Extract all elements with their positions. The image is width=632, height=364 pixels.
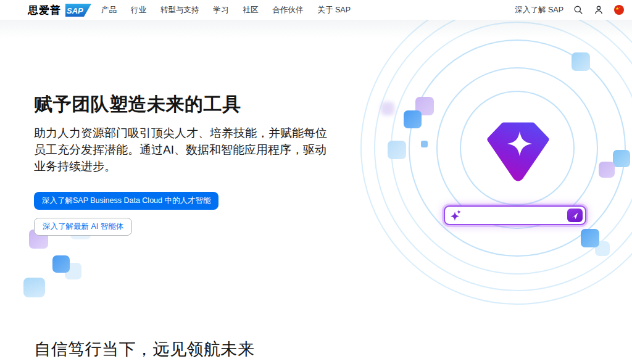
hero-cta-group: 深入了解SAP Business Data Cloud 中的人才智能 深入了解最… [34, 192, 343, 236]
search-icon[interactable] [573, 4, 584, 15]
nav-item-industries[interactable]: 行业 [131, 5, 146, 15]
ai-sparkle-icon [450, 209, 462, 221]
hero-title: 赋予团队塑造未来的工具 [34, 94, 343, 114]
decor-square [613, 150, 630, 167]
top-navbar: 思爱普 SAP 产品 行业 转型与支持 学习 社区 合作伙伴 关于 SAP 深入… [0, 0, 632, 20]
svg-text:SAP: SAP [67, 6, 83, 15]
decor-square [404, 110, 422, 128]
decor-square [599, 162, 615, 178]
decor-square [581, 229, 599, 247]
hero-content: 赋予团队塑造未来的工具 助力人力资源部门吸引顶尖人才、培养技能，并赋能每位员工充… [34, 94, 343, 236]
section-heading: 自信笃行当下，远见领航未来 [34, 338, 632, 360]
china-flag-icon[interactable]: ★ ★ [613, 4, 625, 15]
nav-utilities: 深入了解 SAP ★ ★ [515, 4, 625, 15]
ai-prompt-box [444, 205, 586, 225]
nav-item-learning[interactable]: 学习 [214, 5, 229, 15]
send-icon [571, 212, 579, 220]
decor-square [572, 52, 590, 71]
nav-item-about-sap[interactable]: 关于 SAP [318, 5, 351, 15]
lower-section: 自信笃行当下，远见领航未来 [0, 322, 632, 360]
sap-brand-logo[interactable]: 思爱普 SAP [28, 3, 91, 17]
brand-chinese-name: 思爱普 [28, 3, 61, 17]
decor-square [23, 278, 45, 297]
ai-prompt-input[interactable] [466, 207, 563, 224]
nav-item-transformation-support[interactable]: 转型与支持 [160, 5, 199, 15]
user-icon[interactable] [593, 4, 604, 15]
primary-cta-button[interactable]: 深入了解SAP Business Data Cloud 中的人才智能 [34, 192, 218, 210]
explore-sap-link[interactable]: 深入了解 SAP [515, 5, 564, 15]
send-button[interactable] [567, 209, 583, 222]
decor-square [421, 141, 428, 147]
nav-item-community[interactable]: 社区 [243, 5, 259, 15]
sap-logo-icon: SAP [65, 4, 91, 17]
decor-square [52, 255, 70, 273]
secondary-cta-button[interactable]: 深入了解最新 AI 智能体 [34, 218, 132, 236]
decor-square [388, 141, 406, 159]
main-nav: 产品 行业 转型与支持 学习 社区 合作伙伴 关于 SAP [101, 5, 351, 15]
nav-item-partners[interactable]: 合作伙伴 [273, 5, 304, 15]
gem-sparkle-icon [487, 122, 549, 181]
hero-section: 赋予团队塑造未来的工具 助力人力资源部门吸引顶尖人才、培养技能，并赋能每位员工充… [0, 20, 632, 322]
nav-item-products[interactable]: 产品 [101, 5, 117, 15]
decor-square [381, 102, 394, 115]
hero-description: 助力人力资源部门吸引顶尖人才、培养技能，并赋能每位员工充分发挥潜能。通过AI、数… [34, 125, 331, 175]
